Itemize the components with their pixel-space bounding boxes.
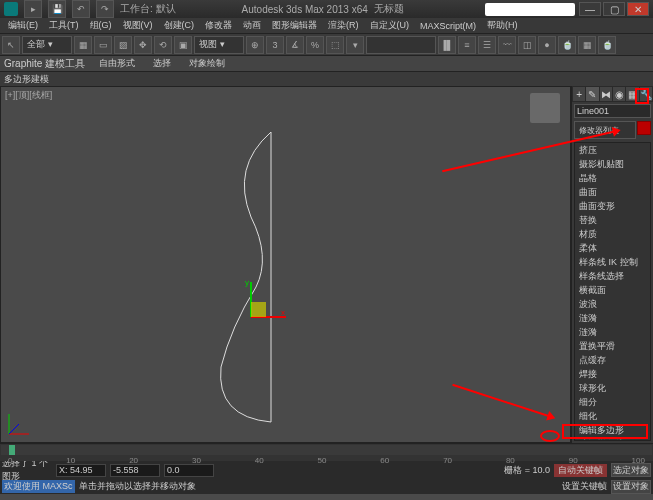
selection-filter[interactable]: 全部 ▾ xyxy=(22,36,72,54)
annotation-box-2 xyxy=(562,424,648,439)
modifier-item[interactable]: 曲面 xyxy=(575,185,650,199)
viewport-label[interactable]: [+][顶][线框] xyxy=(5,89,52,102)
snap-percent[interactable]: % xyxy=(306,36,324,54)
hierarchy-tab[interactable]: ⧓ xyxy=(600,87,612,101)
ribbon-tab-selection[interactable]: 选择 xyxy=(149,57,175,70)
modifier-item[interactable]: 点缓存 xyxy=(575,353,650,367)
modifier-item[interactable]: 样条线 IK 控制 xyxy=(575,255,650,269)
render[interactable]: 🍵 xyxy=(598,36,616,54)
menu-item[interactable]: 修改器 xyxy=(201,19,236,32)
qat-save[interactable]: 💾 xyxy=(48,0,66,18)
align[interactable]: ≡ xyxy=(458,36,476,54)
menu-item[interactable]: 创建(C) xyxy=(160,19,199,32)
modifier-item[interactable]: 材质 xyxy=(575,227,650,241)
snap-spinner[interactable]: ⬚ xyxy=(326,36,344,54)
render-frame[interactable]: ▦ xyxy=(578,36,596,54)
ribbon-subheader: 多边形建模 xyxy=(0,72,653,86)
set-object-filter[interactable]: 设置对象 xyxy=(611,480,651,494)
modifier-item[interactable]: 柔体 xyxy=(575,241,650,255)
coord-z[interactable]: 0.0 xyxy=(164,464,214,477)
minimize-button[interactable]: — xyxy=(579,2,601,16)
select-tool[interactable]: ↖ xyxy=(2,36,20,54)
snap-angle[interactable]: ∡ xyxy=(286,36,304,54)
modifier-item[interactable]: 横截面 xyxy=(575,283,650,297)
move-tool[interactable]: ✥ xyxy=(134,36,152,54)
close-button[interactable]: ✕ xyxy=(627,2,649,16)
scale-tool[interactable]: ▣ xyxy=(174,36,192,54)
modifier-list-dropdown[interactable]: 修改器列表 xyxy=(574,121,636,139)
modifier-item[interactable]: 细分 xyxy=(575,395,650,409)
time-ruler: 0102030405060708090100 xyxy=(0,456,653,465)
annotation-circle xyxy=(540,430,560,442)
mirror[interactable]: ▐▌ xyxy=(438,36,456,54)
autokey-button[interactable]: 自动关键帧 xyxy=(554,464,607,477)
app-title: Autodesk 3ds Max 2013 x64 xyxy=(242,4,368,15)
curve-editor[interactable]: 〰 xyxy=(498,36,516,54)
modifier-item[interactable]: 波浪 xyxy=(575,297,650,311)
window-crossing[interactable]: ▨ xyxy=(114,36,132,54)
menu-item[interactable]: 自定义(U) xyxy=(366,19,414,32)
menu-item[interactable]: 视图(V) xyxy=(119,19,157,32)
coord-x[interactable]: X: 54.95 xyxy=(56,464,106,477)
rotate-tool[interactable]: ⟲ xyxy=(154,36,172,54)
modifier-item[interactable]: 晶格 xyxy=(575,171,650,185)
pin-stack-button[interactable] xyxy=(637,121,651,135)
modifier-item[interactable]: 细化 xyxy=(575,409,650,423)
qat-btn[interactable]: ▸ xyxy=(24,0,42,18)
render-setup[interactable]: 🍵 xyxy=(558,36,576,54)
ref-coord[interactable]: 视图 ▾ xyxy=(194,36,244,54)
time-slider[interactable] xyxy=(1,445,652,455)
modify-tab[interactable]: ✎ xyxy=(586,87,598,101)
maxscript-label[interactable]: 欢迎使用 MAXSc xyxy=(2,480,75,493)
menu-item[interactable]: 编辑(E) xyxy=(4,19,42,32)
named-sel[interactable]: ▾ xyxy=(346,36,364,54)
select-rect[interactable]: ▭ xyxy=(94,36,112,54)
ribbon-graphite-label[interactable]: Graphite 建模工具 xyxy=(4,57,85,71)
main-toolbar: ↖ 全部 ▾ ▦ ▭ ▨ ✥ ⟲ ▣ 视图 ▾ ⊕ 3 ∡ % ⬚ ▾ ▐▌ ≡… xyxy=(0,34,653,56)
viewcube[interactable] xyxy=(530,93,560,123)
maximize-button[interactable]: ▢ xyxy=(603,2,625,16)
schematic[interactable]: ◫ xyxy=(518,36,536,54)
modifier-item[interactable]: 挤压 xyxy=(575,143,650,157)
material-editor[interactable]: ● xyxy=(538,36,556,54)
modifier-item[interactable]: 摄影机贴图 xyxy=(575,157,650,171)
menu-item[interactable]: 动画 xyxy=(239,19,265,32)
menu-item[interactable]: 帮助(H) xyxy=(483,19,522,32)
workspace-label: 工作台: 默认 xyxy=(120,2,176,16)
ribbon-tab-objectpaint[interactable]: 对象绘制 xyxy=(185,57,229,70)
qat-redo[interactable]: ↷ xyxy=(96,0,114,18)
help-search-input[interactable] xyxy=(485,3,575,16)
create-tab[interactable]: + xyxy=(573,87,585,101)
modifier-item[interactable]: 置换平滑 xyxy=(575,339,650,353)
qat-undo[interactable]: ↶ xyxy=(72,0,90,18)
object-name-field[interactable]: Line001 xyxy=(574,104,651,118)
menu-item[interactable]: 工具(T) xyxy=(45,19,83,32)
svg-text:x: x xyxy=(281,308,285,317)
menu-item[interactable]: 渲染(R) xyxy=(324,19,363,32)
layers[interactable]: ☰ xyxy=(478,36,496,54)
coord-y[interactable]: -5.558 xyxy=(110,464,160,477)
modifier-item[interactable]: 焊接 xyxy=(575,367,650,381)
selected-filter[interactable]: 选定对象 xyxy=(611,463,651,477)
pivot-center[interactable]: ⊕ xyxy=(246,36,264,54)
viewport-perspective[interactable]: [+][顶][线框] x y xyxy=(0,86,571,443)
modifier-item[interactable]: 涟漪 xyxy=(575,311,650,325)
modifier-item[interactable]: 曲面变形 xyxy=(575,199,650,213)
ribbon-tab-freeform[interactable]: 自由形式 xyxy=(95,57,139,70)
modifier-item[interactable]: 替换 xyxy=(575,213,650,227)
menu-item[interactable]: 组(G) xyxy=(86,19,116,32)
setkey-button[interactable]: 设置关键帧 xyxy=(558,480,611,493)
axis-tripod-icon xyxy=(5,408,35,438)
move-gizmo[interactable]: x y xyxy=(231,277,291,337)
modifier-item[interactable]: 样条线选择 xyxy=(575,269,650,283)
menu-item[interactable]: MAXScript(M) xyxy=(416,21,480,31)
modifier-item[interactable]: 涟漪 xyxy=(575,325,650,339)
modifier-item[interactable]: 球形化 xyxy=(575,381,650,395)
select-name[interactable]: ▦ xyxy=(74,36,92,54)
grid-label: 栅格 = 10.0 xyxy=(504,464,550,477)
timeline: 0102030405060708090100 xyxy=(0,443,653,461)
motion-tab[interactable]: ◉ xyxy=(613,87,625,101)
menu-item[interactable]: 图形编辑器 xyxy=(268,19,321,32)
named-sel-list[interactable] xyxy=(366,36,436,54)
snap-3d[interactable]: 3 xyxy=(266,36,284,54)
